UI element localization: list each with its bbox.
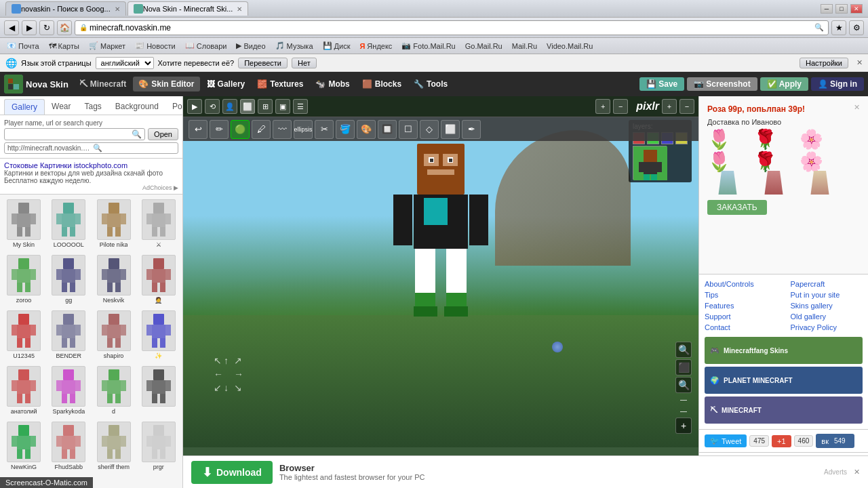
translation-close-icon[interactable]: ✕	[856, 58, 863, 67]
rect-btn[interactable]: ☐	[399, 120, 418, 139]
no-translate-button[interactable]: Нет	[292, 58, 317, 68]
diamond-btn[interactable]: ◇	[420, 120, 439, 139]
vp-plus-btn[interactable]: +	[662, 99, 677, 114]
zoom-out-side-btn[interactable]: 🔍	[675, 377, 692, 393]
bookmark-yandex[interactable]: Я Яндекс	[357, 41, 395, 51]
tab-wear[interactable]: Wear	[45, 99, 77, 115]
skin-item[interactable]: Pilote nika	[93, 197, 135, 250]
mc-badge-novaskin[interactable]: 🎮 Minecraftfang Skins	[705, 337, 863, 364]
sidebar-link[interactable]: About/Controls	[705, 280, 777, 288]
tab-tags[interactable]: Tags	[77, 99, 108, 115]
bookmark-video[interactable]: ▶ Видео	[233, 41, 268, 51]
screenshot-button[interactable]: 📷 Screenshot	[687, 77, 757, 91]
mc-badge-planet[interactable]: 🌍 PLANET MINECRAFT	[705, 367, 863, 394]
bookmark-maps[interactable]: 🗺 Карты	[46, 41, 82, 51]
zoom-magnify-btn[interactable]: 🔍	[675, 342, 692, 358]
pan-btn[interactable]: ⬛	[675, 359, 692, 375]
search-input[interactable]	[7, 130, 132, 138]
wrench-btn[interactable]: ⚙	[849, 20, 864, 35]
nav-minecraft[interactable]: ⛏ Minecraft	[74, 77, 132, 92]
tab-gallery[interactable]: Gallery	[4, 99, 45, 115]
skin-item[interactable]: FhudSabb	[47, 420, 90, 472]
tab-2[interactable]: Nova Skin - Minecraft Ski... ✕	[127, 1, 249, 16]
sidebar-link[interactable]: Old gallery	[791, 312, 863, 321]
apply-button[interactable]: ✅ Apply	[760, 77, 808, 91]
sign-in-button[interactable]: 👤 Sign in	[811, 77, 864, 91]
skin-item[interactable]: BENDER	[47, 308, 90, 361]
tab-background[interactable]: Background	[108, 99, 165, 115]
open-button[interactable]: Open	[148, 128, 178, 140]
bookmark-mail[interactable]: 📧 Почта	[4, 41, 42, 51]
gplus-button[interactable]: +1	[772, 435, 791, 447]
search-input-wrap[interactable]: 🔍	[4, 128, 145, 140]
save-button[interactable]: 💾 Save	[639, 77, 684, 91]
search-icon[interactable]: 🔍	[814, 23, 824, 32]
green-brush-btn[interactable]: 🟢	[231, 120, 250, 139]
line-btn[interactable]: 〰	[273, 120, 292, 139]
person-btn[interactable]: 👤	[222, 99, 237, 114]
sidebar-link[interactable]: Contact	[705, 323, 777, 331]
reload-btn[interactable]: ↻	[39, 20, 54, 35]
skin-item[interactable]: Sparkykoda	[47, 364, 90, 417]
ad-choices[interactable]: AdChoices ▶	[142, 184, 178, 191]
ad-close-icon[interactable]: ✕	[854, 103, 860, 112]
star-btn[interactable]: ★	[831, 20, 846, 35]
ellipse-btn[interactable]: ellipsis	[294, 120, 313, 139]
sidebar-link[interactable]: Papercraft	[791, 280, 863, 288]
nav-textures[interactable]: 🧱 Textures	[252, 77, 309, 92]
bookmark-news[interactable]: 📰 Новости	[132, 41, 178, 51]
skin-item[interactable]: d	[93, 364, 135, 417]
gradient-btn[interactable]: 🔲	[378, 120, 397, 139]
play-btn[interactable]: ▶	[187, 99, 202, 114]
skin-item[interactable]: My Skin	[3, 197, 45, 250]
pen2-btn[interactable]: ✒	[462, 120, 481, 139]
pen-btn[interactable]: 🖊	[252, 120, 271, 139]
skin-item[interactable]: Neskvik	[93, 253, 135, 306]
bookmark-dict[interactable]: 📖 Словари	[182, 41, 230, 51]
tweet-button[interactable]: 🐦 Tweet	[705, 434, 747, 447]
zoom-in-btn[interactable]: +	[595, 99, 610, 114]
bookmark-gomail[interactable]: Go.Mail.Ru	[462, 41, 505, 51]
skin-item[interactable]: ⚔	[138, 197, 180, 250]
tab-pose[interactable]: Pose	[165, 99, 183, 115]
tab-1-close[interactable]: ✕	[115, 5, 120, 13]
download-close-icon[interactable]: ✕	[854, 468, 860, 476]
layer-thumbnail[interactable]	[633, 146, 667, 180]
grid-btn-2[interactable]: ⊞	[258, 99, 273, 114]
skin-item[interactable]: 🤵	[138, 253, 180, 306]
sidebar-link[interactable]: Support	[705, 312, 777, 321]
nav-skin-editor[interactable]: 🎨 Skin Editor	[133, 77, 199, 92]
sidebar-link[interactable]: Features	[705, 302, 777, 310]
vp-minus-btn[interactable]: −	[679, 99, 694, 114]
home-btn[interactable]: 🏠	[57, 20, 72, 35]
skin-item[interactable]: prgr	[138, 420, 180, 472]
skin-item[interactable]: zoroo	[3, 253, 45, 306]
zoom-plus-btn[interactable]: +	[675, 418, 692, 434]
sidebar-link[interactable]: Privacy Policy	[791, 323, 863, 331]
bookmark-foto[interactable]: 📷 Foto.Mail.Ru	[399, 41, 458, 51]
view-btn-1[interactable]: ▣	[275, 99, 290, 114]
minimize-btn[interactable]: ─	[821, 4, 833, 14]
bucket-btn[interactable]: 🪣	[336, 120, 355, 139]
select-btn[interactable]: ⬜	[441, 120, 460, 139]
undo-btn[interactable]: ↩	[189, 120, 208, 139]
skin-item[interactable]	[138, 364, 180, 417]
close-btn[interactable]: ✕	[850, 4, 863, 14]
nav-tools[interactable]: 🔧 Tools	[408, 77, 453, 92]
color-btn[interactable]: 🎨	[357, 120, 376, 139]
bookmark-market[interactable]: 🛒 Маркет	[86, 41, 128, 51]
skin-item[interactable]: U12345	[3, 308, 45, 361]
app-logo[interactable]: Nova Skin	[4, 75, 68, 94]
zoom-out-btn[interactable]: −	[613, 99, 628, 114]
skin-item[interactable]: sheriff them	[93, 420, 135, 472]
skin-item[interactable]: анатолий	[3, 364, 45, 417]
tab-1[interactable]: novaskin - Поиск в Goog... ✕	[5, 1, 126, 16]
url-row[interactable]: http://minecraft.novaskin.me/skin/866016…	[4, 142, 178, 154]
skin-item[interactable]: gg	[47, 253, 90, 306]
bookmark-disk[interactable]: 💾 Диск	[320, 41, 353, 51]
maximize-btn[interactable]: □	[835, 4, 848, 14]
translation-settings-button[interactable]: Настройки	[800, 58, 848, 68]
nav-gallery[interactable]: 🖼 Gallery	[201, 77, 251, 92]
sidebar-link[interactable]: Tips	[705, 291, 777, 299]
vk-button[interactable]: вк 549	[816, 434, 854, 448]
